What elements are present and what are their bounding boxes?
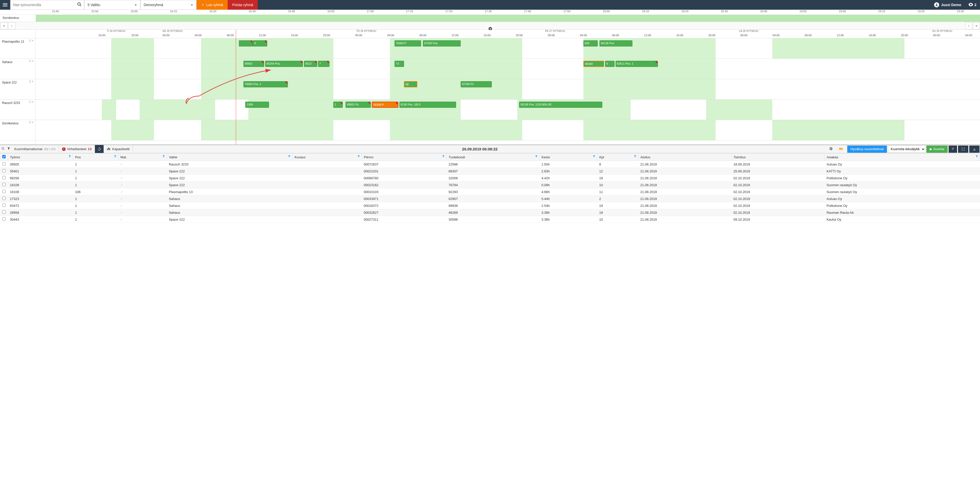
print-icon[interactable] (827, 147, 835, 152)
create-group-button[interactable]: ＋Luo ryhmä (197, 0, 228, 10)
filter-icon[interactable] (634, 155, 636, 158)
table-row[interactable]: 992561✓Space 22200066780320084.42h1921.0… (0, 175, 980, 182)
resource-label[interactable]: Rausch 32332 (0, 100, 35, 120)
column-header[interactable]: Toimitus (732, 153, 824, 161)
gantt-task[interactable]: 76064 P (395, 40, 421, 46)
column-header[interactable]: Kesto (539, 153, 597, 161)
nav-forward-button[interactable]: › (965, 22, 972, 29)
column-header[interactable]: Asiakas (824, 153, 980, 161)
help-button[interactable]: ? (948, 145, 957, 153)
resource-row[interactable]: 76064 Pos. 1!8807269 Pc (36, 79, 980, 100)
resource-row[interactable]: !4!76064 P07269 Pos.62656136 Pos (36, 38, 980, 59)
fine-row-track[interactable] (36, 15, 980, 22)
nav-fast-forward-button[interactable]: » (973, 22, 980, 29)
gantt-task[interactable]: 1309 (245, 102, 269, 108)
unloaded-tab[interactable]: Kuormittamattomat 202 / 373 (11, 145, 59, 153)
gantt-task[interactable]: ! (239, 40, 253, 46)
crown-icon[interactable] (835, 145, 846, 153)
user-menu[interactable]: Jussi Demo (931, 0, 965, 10)
gantt-task[interactable]: 76064 Pos. 1! (243, 81, 288, 87)
gantt-task[interactable]: 88348 P! (372, 102, 398, 108)
gantt-task[interactable]: 73 (395, 61, 404, 67)
filter-icon[interactable] (6, 147, 11, 151)
gantt-task[interactable]: 1! (333, 102, 343, 108)
nav-back-button[interactable]: ‹ (8, 22, 15, 29)
table-row[interactable]: 395051✓Rausch 323300072637225861.50h821.… (0, 161, 980, 168)
row-checkbox[interactable] (2, 183, 6, 186)
gantt-task[interactable]: 56136 Pos. 1(10.00h) 00 (519, 102, 602, 108)
filter-icon[interactable] (114, 155, 117, 158)
filter-icon[interactable] (357, 155, 360, 158)
column-header[interactable]: Tuotekoodi (447, 153, 539, 161)
row-checkbox[interactable] (2, 169, 6, 172)
table-row[interactable]: 289581✓Sahaus00032627462693.36h1921.08.2… (0, 209, 980, 216)
row-checkbox[interactable] (2, 204, 6, 207)
gantt-task[interactable]: 626 (584, 40, 598, 46)
table-row[interactable]: 18108106✓Plasmapoltto 1300010103922934.6… (0, 188, 980, 195)
gantt-task[interactable]: 62611 Pos. 1! (616, 61, 658, 67)
gantt-task[interactable]: 90601! (243, 61, 264, 67)
watchers-indicator[interactable]: 2 (965, 0, 980, 10)
selection-count-dropdown[interactable]: 5 Valittu▼ (84, 0, 140, 10)
search-icon[interactable] (0, 147, 6, 151)
filter-icon[interactable] (535, 155, 538, 158)
resource-label[interactable]: Sahaus2 (0, 59, 35, 79)
table-row[interactable]: 354011✓Space 22200021031683072.83h1221.0… (0, 168, 980, 175)
approve-plans-button[interactable]: Hyväksy suunnitelmat (847, 145, 887, 153)
filter-icon[interactable] (162, 155, 165, 158)
column-header[interactable]: Kpl (597, 153, 638, 161)
gantt-task[interactable]: 6 (605, 61, 614, 67)
resource-row[interactable] (36, 120, 980, 141)
download-button[interactable] (969, 145, 980, 153)
table-row[interactable]: 834721✓Sahaus00016372999382.54h1921.08.2… (0, 202, 980, 209)
group-dropdown[interactable]: Demoryhmä▼ (140, 0, 197, 10)
search-input[interactable] (11, 0, 75, 10)
resource-label[interactable]: Sorvikeskus2 (0, 120, 35, 141)
filter-icon[interactable] (68, 155, 71, 158)
resource-row[interactable]: 90601!65254 Pos.!5613!7!7388348662611 Po… (36, 59, 980, 79)
gantt-task[interactable]: 5613! (304, 61, 317, 67)
search-icon[interactable] (75, 2, 84, 8)
menu-button[interactable] (0, 0, 10, 10)
resource-label[interactable]: Plasmapoltto 132 (0, 38, 35, 59)
ai-load-select[interactable]: Kuormita tekoälyllä (888, 145, 925, 153)
gantt-task[interactable]: 56136 Pos (600, 40, 633, 46)
resource-row[interactable]: 13091!90601 Po!88348 P!6136 Pos. 1(6.956… (36, 100, 980, 120)
row-checkbox[interactable] (2, 211, 6, 214)
table-row[interactable]: 173231✓Sahaus00033971029075.44h221.08.20… (0, 195, 980, 202)
column-header[interactable]: Vaihe (167, 153, 293, 161)
row-checkbox[interactable] (2, 162, 6, 166)
row-checkbox[interactable] (2, 196, 6, 200)
filter-icon[interactable] (442, 155, 445, 158)
errors-tab[interactable]: ! Virhetilanteet 13 (59, 145, 95, 153)
column-header[interactable]: Kuvaus (292, 153, 362, 161)
filter-icon[interactable] (975, 155, 978, 158)
row-checkbox[interactable] (2, 217, 6, 220)
row-checkbox[interactable] (2, 190, 6, 193)
nav-fast-back-button[interactable]: « (0, 22, 8, 29)
gantt-task[interactable]: 07269 Pos. (423, 40, 461, 46)
execute-button[interactable]: ▶ Suorita (926, 145, 947, 153)
gantt-task[interactable]: 07269 Pc (461, 81, 492, 87)
gantt-task[interactable]: 4! (253, 40, 267, 46)
select-all-checkbox[interactable] (2, 155, 6, 158)
gantt-task[interactable]: 7! (318, 61, 329, 67)
gantt-task[interactable]: 88348 (584, 61, 604, 67)
row-checkbox[interactable] (2, 176, 6, 179)
table-row[interactable]: 304431✓Space 22200027311305863.36h1021.0… (0, 216, 980, 223)
fullscreen-button[interactable] (958, 145, 968, 153)
column-header[interactable]: Pos (73, 153, 118, 161)
resource-label[interactable]: Space 2222 (0, 79, 35, 100)
column-header[interactable]: Aloitus (638, 153, 732, 161)
column-header[interactable]: Työnro (8, 153, 73, 161)
capacity-tab[interactable]: Kapasiteetti (103, 145, 133, 153)
gantt-task[interactable]: 88 (404, 81, 417, 87)
gantt-task[interactable]: 6136 Pos. 1(6.9 (399, 102, 456, 108)
gantt-task[interactable]: 90601 Po! (345, 102, 371, 108)
filter-icon[interactable] (288, 155, 291, 158)
delete-group-button[interactable]: Poista ryhmä (228, 0, 258, 10)
column-header[interactable]: Mat. (118, 153, 167, 161)
column-header[interactable]: Piirnro (362, 153, 446, 161)
filter-icon[interactable] (593, 155, 595, 158)
table-row[interactable]: 181081✓Space 22200023162767840.08h1021.0… (0, 182, 980, 188)
